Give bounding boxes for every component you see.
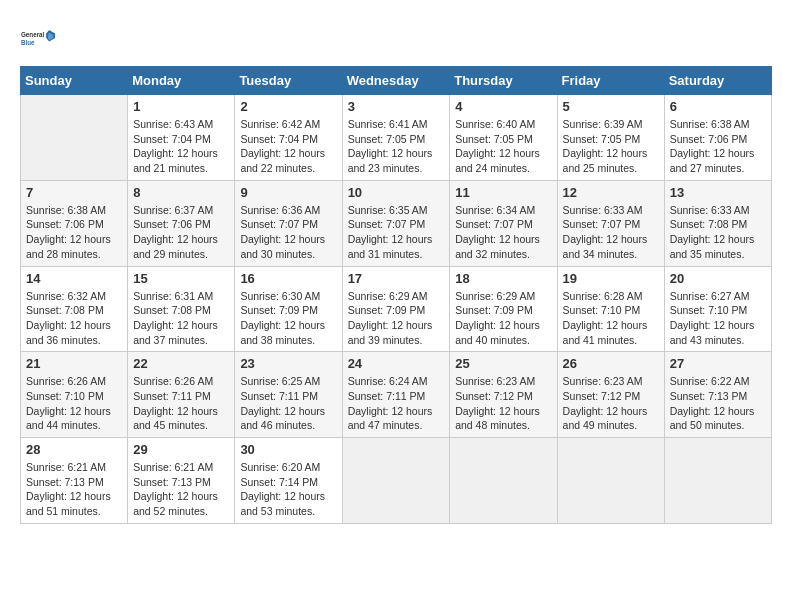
svg-text:Blue: Blue — [21, 39, 35, 46]
logo: GeneralBlue — [20, 20, 56, 56]
day-number: 20 — [670, 271, 766, 286]
day-info: Sunrise: 6:26 AMSunset: 7:11 PMDaylight:… — [133, 374, 229, 433]
day-info: Sunrise: 6:41 AMSunset: 7:05 PMDaylight:… — [348, 117, 445, 176]
calendar-cell: 19Sunrise: 6:28 AMSunset: 7:10 PMDayligh… — [557, 266, 664, 352]
calendar-cell: 5Sunrise: 6:39 AMSunset: 7:05 PMDaylight… — [557, 95, 664, 181]
calendar-cell: 9Sunrise: 6:36 AMSunset: 7:07 PMDaylight… — [235, 180, 342, 266]
day-info: Sunrise: 6:34 AMSunset: 7:07 PMDaylight:… — [455, 203, 551, 262]
day-info: Sunrise: 6:31 AMSunset: 7:08 PMDaylight:… — [133, 289, 229, 348]
calendar-cell: 4Sunrise: 6:40 AMSunset: 7:05 PMDaylight… — [450, 95, 557, 181]
day-info: Sunrise: 6:43 AMSunset: 7:04 PMDaylight:… — [133, 117, 229, 176]
calendar-cell: 22Sunrise: 6:26 AMSunset: 7:11 PMDayligh… — [128, 352, 235, 438]
day-number: 8 — [133, 185, 229, 200]
day-header-friday: Friday — [557, 67, 664, 95]
day-info: Sunrise: 6:29 AMSunset: 7:09 PMDaylight:… — [455, 289, 551, 348]
calendar-cell — [664, 438, 771, 524]
calendar-cell: 11Sunrise: 6:34 AMSunset: 7:07 PMDayligh… — [450, 180, 557, 266]
calendar-cell: 10Sunrise: 6:35 AMSunset: 7:07 PMDayligh… — [342, 180, 450, 266]
day-number: 12 — [563, 185, 659, 200]
day-header-sunday: Sunday — [21, 67, 128, 95]
day-number: 5 — [563, 99, 659, 114]
day-info: Sunrise: 6:23 AMSunset: 7:12 PMDaylight:… — [563, 374, 659, 433]
day-info: Sunrise: 6:30 AMSunset: 7:09 PMDaylight:… — [240, 289, 336, 348]
day-info: Sunrise: 6:21 AMSunset: 7:13 PMDaylight:… — [26, 460, 122, 519]
calendar-cell: 12Sunrise: 6:33 AMSunset: 7:07 PMDayligh… — [557, 180, 664, 266]
day-number: 17 — [348, 271, 445, 286]
day-number: 21 — [26, 356, 122, 371]
day-info: Sunrise: 6:38 AMSunset: 7:06 PMDaylight:… — [26, 203, 122, 262]
day-number: 25 — [455, 356, 551, 371]
calendar-cell: 14Sunrise: 6:32 AMSunset: 7:08 PMDayligh… — [21, 266, 128, 352]
day-number: 14 — [26, 271, 122, 286]
day-number: 30 — [240, 442, 336, 457]
day-number: 28 — [26, 442, 122, 457]
calendar-cell: 1Sunrise: 6:43 AMSunset: 7:04 PMDaylight… — [128, 95, 235, 181]
calendar-cell: 29Sunrise: 6:21 AMSunset: 7:13 PMDayligh… — [128, 438, 235, 524]
calendar-cell — [21, 95, 128, 181]
calendar-cell: 2Sunrise: 6:42 AMSunset: 7:04 PMDaylight… — [235, 95, 342, 181]
day-header-saturday: Saturday — [664, 67, 771, 95]
calendar-week-4: 21Sunrise: 6:26 AMSunset: 7:10 PMDayligh… — [21, 352, 772, 438]
calendar-cell: 20Sunrise: 6:27 AMSunset: 7:10 PMDayligh… — [664, 266, 771, 352]
calendar-cell: 25Sunrise: 6:23 AMSunset: 7:12 PMDayligh… — [450, 352, 557, 438]
calendar-cell: 16Sunrise: 6:30 AMSunset: 7:09 PMDayligh… — [235, 266, 342, 352]
day-number: 26 — [563, 356, 659, 371]
day-info: Sunrise: 6:24 AMSunset: 7:11 PMDaylight:… — [348, 374, 445, 433]
day-number: 7 — [26, 185, 122, 200]
day-info: Sunrise: 6:33 AMSunset: 7:07 PMDaylight:… — [563, 203, 659, 262]
calendar-cell: 24Sunrise: 6:24 AMSunset: 7:11 PMDayligh… — [342, 352, 450, 438]
day-info: Sunrise: 6:39 AMSunset: 7:05 PMDaylight:… — [563, 117, 659, 176]
calendar-cell: 23Sunrise: 6:25 AMSunset: 7:11 PMDayligh… — [235, 352, 342, 438]
calendar-week-3: 14Sunrise: 6:32 AMSunset: 7:08 PMDayligh… — [21, 266, 772, 352]
day-number: 11 — [455, 185, 551, 200]
day-number: 29 — [133, 442, 229, 457]
calendar-header: SundayMondayTuesdayWednesdayThursdayFrid… — [21, 67, 772, 95]
calendar-cell: 26Sunrise: 6:23 AMSunset: 7:12 PMDayligh… — [557, 352, 664, 438]
day-number: 1 — [133, 99, 229, 114]
day-info: Sunrise: 6:27 AMSunset: 7:10 PMDaylight:… — [670, 289, 766, 348]
day-info: Sunrise: 6:36 AMSunset: 7:07 PMDaylight:… — [240, 203, 336, 262]
page-header: GeneralBlue — [20, 20, 772, 56]
day-info: Sunrise: 6:23 AMSunset: 7:12 PMDaylight:… — [455, 374, 551, 433]
day-number: 16 — [240, 271, 336, 286]
calendar-cell — [450, 438, 557, 524]
day-number: 6 — [670, 99, 766, 114]
calendar-cell: 21Sunrise: 6:26 AMSunset: 7:10 PMDayligh… — [21, 352, 128, 438]
day-info: Sunrise: 6:37 AMSunset: 7:06 PMDaylight:… — [133, 203, 229, 262]
calendar-cell: 27Sunrise: 6:22 AMSunset: 7:13 PMDayligh… — [664, 352, 771, 438]
day-header-monday: Monday — [128, 67, 235, 95]
day-info: Sunrise: 6:38 AMSunset: 7:06 PMDaylight:… — [670, 117, 766, 176]
day-number: 2 — [240, 99, 336, 114]
day-info: Sunrise: 6:29 AMSunset: 7:09 PMDaylight:… — [348, 289, 445, 348]
day-number: 22 — [133, 356, 229, 371]
calendar-cell: 8Sunrise: 6:37 AMSunset: 7:06 PMDaylight… — [128, 180, 235, 266]
calendar-cell: 6Sunrise: 6:38 AMSunset: 7:06 PMDaylight… — [664, 95, 771, 181]
day-number: 24 — [348, 356, 445, 371]
day-number: 13 — [670, 185, 766, 200]
day-number: 18 — [455, 271, 551, 286]
day-header-wednesday: Wednesday — [342, 67, 450, 95]
day-info: Sunrise: 6:21 AMSunset: 7:13 PMDaylight:… — [133, 460, 229, 519]
day-info: Sunrise: 6:35 AMSunset: 7:07 PMDaylight:… — [348, 203, 445, 262]
day-number: 27 — [670, 356, 766, 371]
calendar-cell — [557, 438, 664, 524]
day-header-thursday: Thursday — [450, 67, 557, 95]
calendar-week-5: 28Sunrise: 6:21 AMSunset: 7:13 PMDayligh… — [21, 438, 772, 524]
day-number: 9 — [240, 185, 336, 200]
calendar-cell: 28Sunrise: 6:21 AMSunset: 7:13 PMDayligh… — [21, 438, 128, 524]
calendar-cell: 3Sunrise: 6:41 AMSunset: 7:05 PMDaylight… — [342, 95, 450, 181]
calendar-table: SundayMondayTuesdayWednesdayThursdayFrid… — [20, 66, 772, 524]
calendar-cell: 30Sunrise: 6:20 AMSunset: 7:14 PMDayligh… — [235, 438, 342, 524]
calendar-cell: 17Sunrise: 6:29 AMSunset: 7:09 PMDayligh… — [342, 266, 450, 352]
calendar-cell: 18Sunrise: 6:29 AMSunset: 7:09 PMDayligh… — [450, 266, 557, 352]
svg-text:General: General — [21, 31, 45, 38]
day-number: 19 — [563, 271, 659, 286]
day-number: 3 — [348, 99, 445, 114]
calendar-cell: 7Sunrise: 6:38 AMSunset: 7:06 PMDaylight… — [21, 180, 128, 266]
calendar-cell: 13Sunrise: 6:33 AMSunset: 7:08 PMDayligh… — [664, 180, 771, 266]
calendar-week-2: 7Sunrise: 6:38 AMSunset: 7:06 PMDaylight… — [21, 180, 772, 266]
day-info: Sunrise: 6:22 AMSunset: 7:13 PMDaylight:… — [670, 374, 766, 433]
day-number: 23 — [240, 356, 336, 371]
day-number: 4 — [455, 99, 551, 114]
day-info: Sunrise: 6:20 AMSunset: 7:14 PMDaylight:… — [240, 460, 336, 519]
